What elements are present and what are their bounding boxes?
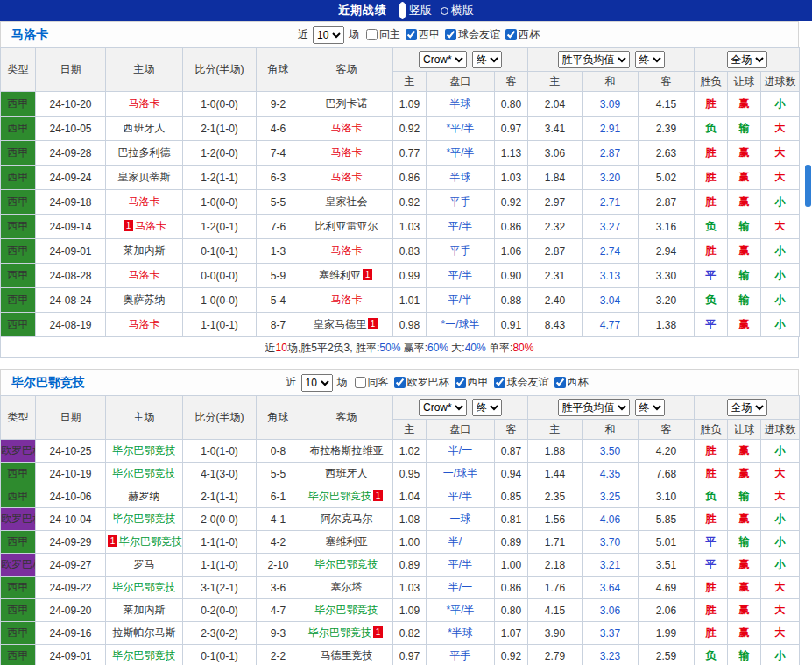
result-handicap: 赢 bbox=[728, 622, 761, 645]
checkbox-input[interactable] bbox=[355, 377, 366, 388]
avg-group-header: 胜平负均值终 bbox=[528, 396, 695, 420]
result-group-header: 全场 bbox=[695, 396, 800, 420]
layout-radio-1[interactable]: 横版 bbox=[441, 3, 474, 18]
avg-stage-select[interactable]: 终 bbox=[635, 51, 665, 68]
checkbox-input[interactable] bbox=[494, 377, 505, 388]
avg-draw: 3.20 bbox=[583, 166, 639, 190]
odds-home: 0.89 bbox=[393, 554, 427, 577]
odds-home: 1.04 bbox=[393, 485, 427, 508]
result-group-header: 全场 bbox=[695, 48, 800, 72]
avg-away: 3.51 bbox=[639, 554, 695, 577]
summary-segment: 60% bbox=[427, 342, 448, 354]
odds-stage-select[interactable]: 终 bbox=[472, 51, 502, 68]
avg-away: 5.01 bbox=[639, 531, 695, 554]
avg-away: 2.87 bbox=[639, 190, 695, 215]
team-name: 布拉格斯拉维亚 bbox=[310, 444, 384, 456]
away-team: 布拉格斯拉维亚 bbox=[300, 440, 393, 463]
filter-checkbox-0[interactable]: 同客 bbox=[355, 375, 389, 390]
filter-checkbox-3[interactable]: 球会友谊 bbox=[494, 375, 549, 390]
games-count-select[interactable]: 10 bbox=[301, 374, 333, 392]
checkbox-input[interactable] bbox=[505, 29, 517, 40]
filter-checkbox-1[interactable]: 西甲 bbox=[406, 27, 440, 42]
corners-cell: 4-2 bbox=[257, 531, 300, 554]
team-name: 罗马 bbox=[134, 558, 155, 570]
checkbox-input[interactable] bbox=[394, 377, 406, 388]
team-name: 马洛卡 bbox=[331, 294, 363, 306]
handicap-cell: 一/球半 bbox=[427, 463, 495, 485]
handicap-cell: 平/半 bbox=[427, 264, 495, 288]
col-header: 角球 bbox=[257, 396, 300, 440]
score-cell: 1-1(1-0) bbox=[183, 554, 257, 577]
filter-checkbox-3[interactable]: 西杯 bbox=[505, 27, 540, 42]
score-cell: 1-1(0-1) bbox=[183, 313, 257, 337]
away-team: 塞尔塔 bbox=[300, 577, 393, 599]
date-cell: 24-08-28 bbox=[36, 264, 106, 288]
filter-checkbox-0[interactable]: 同主 bbox=[366, 27, 400, 42]
team-name: 毕尔巴鄂竞技 bbox=[315, 558, 378, 570]
checkbox-input[interactable] bbox=[445, 29, 456, 40]
team-name: 巴列卡诺 bbox=[326, 97, 368, 110]
date-cell: 24-09-20 bbox=[36, 599, 106, 622]
handicap-cell: 半/一 bbox=[427, 531, 495, 554]
odds-provider-select[interactable]: Crow* bbox=[419, 51, 467, 68]
odds-home: 0.82 bbox=[393, 622, 427, 645]
sub-col-header: 胜负 bbox=[695, 420, 728, 440]
odds-home: 0.77 bbox=[393, 141, 427, 166]
match-row: 西甲24-10-05西班牙人2-1(1-0)4-6马洛卡0.92*平/半0.97… bbox=[1, 117, 800, 141]
col-header: 主场 bbox=[106, 48, 183, 92]
results-table: 类型日期主场比分(半场)角球客场Crow*终胜平负均值终全场主盘口客主和客胜负让… bbox=[0, 47, 800, 337]
league-cell: 西甲 bbox=[1, 485, 36, 508]
match-row: 西甲24-09-01毕尔巴鄂竞技0-1(0-1)2-2马德里竞技0.97平手0.… bbox=[1, 645, 800, 665]
odds-away: 0.92 bbox=[495, 190, 528, 215]
checkbox-input[interactable] bbox=[406, 29, 417, 40]
avg-draw: 3.23 bbox=[583, 645, 639, 665]
scrollbar-thumb[interactable] bbox=[805, 165, 811, 207]
result-handicap: 赢 bbox=[728, 463, 761, 485]
games-count-select[interactable]: 10 bbox=[313, 26, 344, 44]
avg-draw: 3.21 bbox=[583, 554, 639, 577]
checkbox-input[interactable] bbox=[366, 29, 378, 40]
avg-stage-select[interactable]: 终 bbox=[635, 399, 665, 416]
checkbox-input[interactable] bbox=[554, 377, 566, 388]
red-card-badge: 1 bbox=[368, 318, 378, 329]
filter-checkbox-2[interactable]: 西甲 bbox=[455, 375, 489, 390]
scope-select[interactable]: 全场 bbox=[727, 399, 767, 416]
team-name: 毕尔巴鄂竞技 bbox=[308, 626, 371, 639]
score-cell: 1-0(1-0) bbox=[183, 440, 257, 463]
result-wdl: 胜 bbox=[695, 166, 728, 190]
league-cell: 西甲 bbox=[1, 577, 36, 599]
col-header: 客场 bbox=[300, 48, 393, 92]
away-team: 比利亚雷亚尔 bbox=[300, 215, 393, 239]
odds-away: 0.87 bbox=[495, 440, 528, 463]
filter-checkbox-2[interactable]: 球会友谊 bbox=[445, 27, 500, 42]
team-name: 马洛卡 bbox=[129, 269, 160, 281]
odds-provider-select[interactable]: Crow* bbox=[419, 399, 467, 416]
avg-away: 7.68 bbox=[639, 463, 695, 485]
layout-radio-0[interactable]: 竖版 bbox=[396, 2, 432, 19]
handicap-cell: 平手 bbox=[427, 239, 495, 264]
sub-col-header: 胜负 bbox=[695, 72, 728, 92]
result-handicap: 输 bbox=[728, 645, 761, 665]
result-wdl: 负 bbox=[695, 117, 728, 141]
result-handicap: 赢 bbox=[728, 313, 761, 337]
avg-away: 4.69 bbox=[639, 577, 695, 599]
odds-home: 1.02 bbox=[393, 440, 427, 463]
avg-odds-select[interactable]: 胜平负均值 bbox=[558, 51, 630, 68]
result-wdl: 平 bbox=[695, 531, 728, 554]
odds-away: 0.91 bbox=[495, 313, 528, 337]
away-team: 马洛卡 bbox=[300, 166, 393, 190]
filter-checkbox-1[interactable]: 欧罗巴杯 bbox=[394, 375, 449, 390]
checkbox-input[interactable] bbox=[455, 377, 466, 388]
summary-segment: 10 bbox=[276, 342, 287, 354]
odds-stage-select[interactable]: 终 bbox=[472, 399, 502, 416]
avg-away: 2.06 bbox=[639, 599, 695, 622]
section-gap bbox=[0, 358, 812, 369]
avg-odds-select[interactable]: 胜平负均值 bbox=[558, 399, 630, 416]
filter-checkbox-4[interactable]: 西杯 bbox=[554, 375, 589, 390]
league-cell: 西甲 bbox=[1, 313, 36, 337]
team-name: 毕尔巴鄂竞技 bbox=[308, 490, 371, 502]
score-cell: 0-0(0-0) bbox=[183, 264, 257, 288]
scope-select[interactable]: 全场 bbox=[727, 51, 767, 68]
radio-label: 竖版 bbox=[409, 3, 432, 18]
away-team: 巴列卡诺 bbox=[300, 92, 393, 117]
